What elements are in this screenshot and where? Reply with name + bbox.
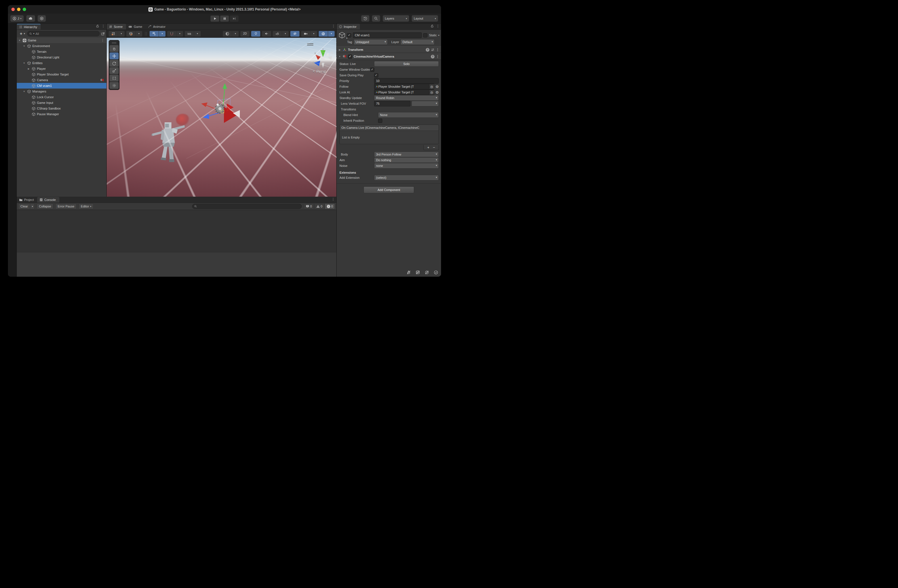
layout-dropdown[interactable]: Layout ▾ (412, 15, 438, 22)
foldout-arrow[interactable]: ▼ (340, 108, 340, 111)
undo-history-button[interactable] (361, 15, 369, 22)
shading-mode-dropdown[interactable]: ▾ (223, 31, 239, 37)
foldout-arrow[interactable]: ▶ (340, 153, 340, 156)
panel-menu-icon[interactable]: ⋮ (436, 25, 440, 28)
snap-settings-dropdown[interactable]: ▾ (167, 31, 183, 37)
aim-dropdown[interactable]: Do nothing (374, 157, 439, 163)
editor-dropdown[interactable]: Editor▾ (78, 203, 94, 209)
body-dropdown[interactable]: 3rd Person Follow (374, 152, 439, 157)
lens-preset-dropdown[interactable] (412, 101, 439, 106)
hierarchy-item-csharp-sandbox[interactable]: CSharp Sandbox (17, 106, 106, 111)
component-menu-icon[interactable]: ⋮ (436, 48, 439, 51)
foldout-arrow[interactable]: ▼ (338, 55, 341, 58)
search-filter-caret[interactable]: ▾ (33, 32, 34, 35)
look-at-object-field[interactable]: Player Shoulder Target (T ◎ (374, 89, 434, 95)
tag-dropdown[interactable]: Untagged (354, 39, 388, 45)
tab-console[interactable]: Console (37, 197, 59, 203)
zoom-window-button[interactable] (23, 8, 26, 11)
hierarchy-item-directional-light[interactable]: Directional Light (17, 54, 106, 60)
hierarchy-item-terrain[interactable]: Terrain (17, 49, 106, 54)
plastic-scm-button[interactable] (37, 15, 46, 22)
close-window-button[interactable] (11, 8, 15, 11)
tab-hierarchy[interactable]: Hierarchy (17, 24, 41, 29)
tab-inspector[interactable]: Inspector (337, 24, 360, 29)
info-count-toggle[interactable]: ! 0 (304, 203, 314, 209)
auto-refresh-disabled-icon[interactable] (424, 270, 429, 275)
title-bar[interactable]: Game - Baguettorio - Windows, Mac, Linux… (8, 5, 441, 14)
clear-options-caret[interactable]: ▾ (30, 203, 35, 209)
warning-count-toggle[interactable]: ! 0 (314, 203, 324, 209)
object-picker-icon[interactable]: ◎ (429, 84, 434, 89)
hierarchy-item-player[interactable]: ▶Player (17, 66, 106, 72)
noise-dropdown[interactable]: none (374, 163, 439, 169)
event-remove-button[interactable]: − (433, 145, 435, 150)
scene-picker-icon[interactable] (101, 32, 105, 36)
panel-menu-icon[interactable]: ⋮ (332, 25, 335, 28)
scale-tool-button[interactable] (109, 67, 118, 74)
foldout-arrow[interactable]: ▶ (340, 103, 340, 105)
handle-rotation-dropdown[interactable]: ▾ (126, 31, 143, 37)
presets-icon[interactable] (431, 48, 435, 52)
save-checkbox[interactable]: ✓ (374, 73, 378, 77)
foldout-arrow[interactable]: ▶ (27, 68, 30, 70)
hierarchy-item-cm-vcam1[interactable]: CM vcam1 (17, 83, 106, 89)
component-menu-icon[interactable]: ⋮ (436, 55, 439, 58)
hierarchy-item-environment[interactable]: ▼Environment (17, 43, 106, 49)
palette-drag-handle[interactable] (109, 41, 118, 45)
account-button[interactable]: J ▾ (10, 15, 24, 22)
hierarchy-item-pause-manager[interactable]: Pause Manager (17, 111, 106, 117)
layer-dropdown[interactable]: Default (400, 39, 435, 45)
play-button[interactable] (210, 15, 219, 22)
static-flags-caret[interactable]: ▾ (438, 34, 439, 37)
tab-animator[interactable]: Animator (146, 24, 169, 29)
console-search-input[interactable] (192, 204, 302, 209)
add-extension-dropdown[interactable]: (select) (374, 175, 439, 181)
cache-server-disabled-icon[interactable] (415, 270, 420, 275)
collapse-button[interactable]: Collapse (37, 203, 53, 209)
gear-icon[interactable]: ⚙ (435, 85, 439, 89)
search-everything-button[interactable] (372, 15, 380, 22)
camera-settings-dropdown[interactable]: ▾ (301, 31, 317, 37)
follow-object-field[interactable]: Player Shoulder Target (T ◎ (374, 84, 434, 89)
priority-input[interactable]: 10 (374, 78, 439, 84)
overlay-drag-handle[interactable] (307, 43, 313, 45)
layers-dropdown[interactable]: Layers ▾ (383, 15, 409, 22)
hierarchy-item-entities[interactable]: ▼Entities (17, 60, 106, 66)
foldout-arrow[interactable]: ▼ (22, 62, 26, 64)
cloud-services-button[interactable] (26, 15, 35, 22)
panel-menu-icon[interactable]: ⋮ (101, 25, 105, 28)
foldout-arrow[interactable]: ▼ (22, 90, 26, 93)
error-count-toggle[interactable]: ! 0 (325, 203, 335, 209)
unlock-icon[interactable] (96, 25, 99, 28)
scene-lighting-toggle[interactable] (251, 31, 260, 37)
tab-game[interactable]: Game (126, 24, 146, 29)
grid-visibility-dropdown[interactable]: ▾ (149, 31, 166, 37)
create-object-button[interactable]: ＋▾ (18, 31, 26, 36)
solo-button[interactable]: Solo (374, 61, 439, 67)
hierarchy-item-game[interactable]: ▼Game⋮ (17, 37, 106, 43)
hierarchy-item-lock-cursor[interactable]: Lock Cursor (17, 94, 106, 100)
hierarchy-item-player-shoulder-target[interactable]: Player Shoulder Target (17, 72, 106, 77)
console-log-list[interactable] (17, 210, 336, 252)
tab-project[interactable]: Project (17, 197, 37, 203)
gameobject-name-field[interactable]: CM vcam1 (353, 32, 422, 38)
hierarchy-item-managers[interactable]: ▼Managers (17, 89, 106, 94)
foldout-arrow[interactable]: ▼ (22, 45, 26, 48)
vcam-move-gizmo[interactable] (191, 80, 256, 141)
transform-component-header[interactable]: ▶ Transform ? ⋮ (337, 46, 441, 53)
help-icon[interactable]: ? (426, 48, 429, 52)
hierarchy-item-game-input[interactable]: Game Input (17, 100, 106, 106)
scene-viewport[interactable]: y x z < Persp (107, 38, 337, 197)
standby-dropdown[interactable]: Round Robin (374, 95, 439, 101)
projection-label[interactable]: < Persp (313, 69, 326, 74)
move-tool-button[interactable] (109, 52, 118, 59)
panel-menu-icon[interactable]: ⋮ (332, 198, 335, 201)
hierarchy-search-input[interactable]: ▾ All (27, 31, 100, 36)
step-button[interactable] (230, 15, 239, 22)
debugger-disabled-icon[interactable] (406, 270, 411, 275)
scene-visibility-toggle[interactable] (291, 31, 300, 37)
event-add-button[interactable]: + (427, 145, 429, 150)
hand-tool-button[interactable] (109, 45, 118, 52)
tab-scene[interactable]: Scene (107, 24, 126, 29)
add-component-button[interactable]: Add Component (364, 186, 414, 193)
